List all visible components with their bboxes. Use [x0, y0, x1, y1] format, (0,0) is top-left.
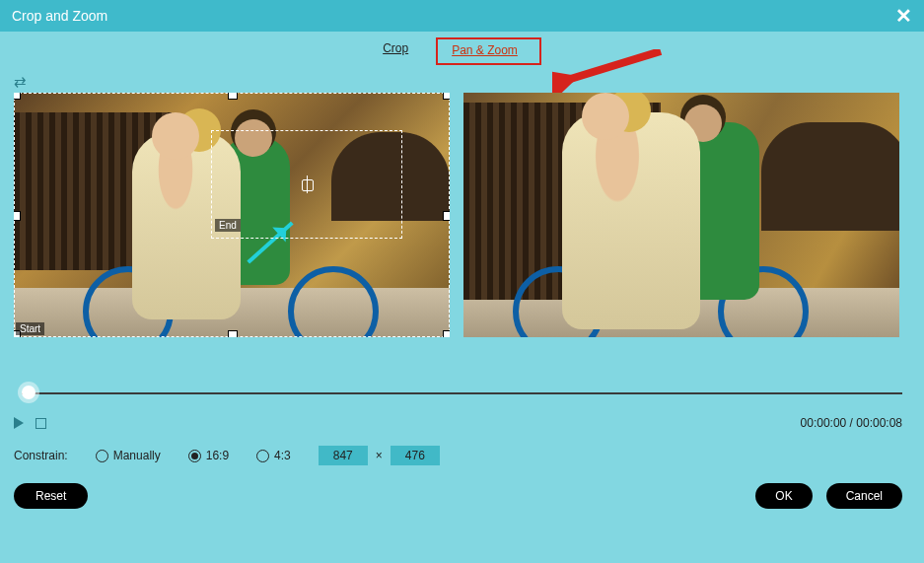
stop-icon[interactable]	[36, 418, 46, 429]
height-input[interactable]	[391, 446, 440, 465]
timecode: 00:00:00 / 00:00:08	[801, 416, 902, 430]
cancel-button[interactable]: Cancel	[826, 483, 902, 509]
ratio-4-3[interactable]: 4:3	[256, 449, 291, 462]
tab-pan-zoom[interactable]: Pan & Zoom	[436, 37, 541, 65]
window-title: Crop and Zoom	[12, 8, 107, 24]
width-input[interactable]	[319, 446, 368, 465]
end-frame-label: End	[215, 219, 241, 232]
ok-button[interactable]: OK	[755, 483, 812, 509]
time-sep: /	[846, 416, 856, 430]
ratio-16-9-label: 16:9	[206, 449, 229, 462]
result-preview	[463, 93, 899, 337]
ratio-4-3-label: 4:3	[274, 449, 291, 462]
timeline-track[interactable]	[22, 392, 902, 394]
swap-icon[interactable]: ⇄	[14, 73, 924, 91]
time-current: 00:00:00	[801, 416, 847, 430]
times-icon: ×	[376, 449, 383, 462]
ratio-manually-label: Manually	[113, 449, 161, 462]
photo-bg	[562, 112, 700, 329]
source-preview[interactable]: Start End	[14, 93, 450, 337]
tab-crop[interactable]: Crop	[383, 41, 408, 65]
close-icon[interactable]: ✕	[895, 6, 912, 26]
playhead[interactable]	[22, 386, 36, 399]
start-frame-label: Start	[16, 322, 44, 335]
ratio-manually[interactable]: Manually	[96, 449, 161, 462]
constrain-label: Constrain:	[14, 449, 68, 462]
ratio-16-9[interactable]: 16:9	[188, 449, 229, 462]
reset-button[interactable]: Reset	[14, 483, 88, 509]
play-icon[interactable]	[14, 417, 24, 429]
photo-bg	[761, 122, 899, 231]
time-total: 00:00:08	[856, 416, 902, 430]
